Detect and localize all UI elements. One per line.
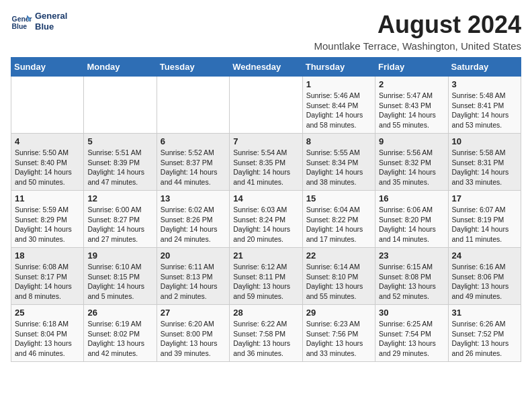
calendar-cell: 7Sunrise: 5:54 AM Sunset: 8:35 PM Daylig… — [230, 134, 302, 191]
day-info: Sunrise: 6:16 AM Sunset: 8:06 PM Dayligh… — [452, 262, 517, 302]
calendar-cell: 3Sunrise: 5:48 AM Sunset: 8:41 PM Daylig… — [448, 77, 521, 134]
day-number: 7 — [233, 136, 298, 146]
calendar-cell — [230, 77, 302, 134]
day-info: Sunrise: 5:46 AM Sunset: 8:44 PM Dayligh… — [306, 91, 371, 130]
day-number: 15 — [306, 193, 371, 203]
day-header-friday: Friday — [375, 58, 448, 77]
day-info: Sunrise: 6:25 AM Sunset: 7:54 PM Dayligh… — [379, 319, 444, 359]
day-number: 20 — [161, 250, 226, 261]
week-row-1: 1Sunrise: 5:46 AM Sunset: 8:44 PM Daylig… — [11, 77, 521, 134]
day-number: 28 — [233, 308, 298, 318]
day-header-saturday: Saturday — [448, 58, 521, 77]
calendar-cell: 13Sunrise: 6:02 AM Sunset: 8:26 PM Dayli… — [157, 191, 229, 248]
day-number: 1 — [306, 79, 371, 89]
day-number: 8 — [306, 136, 371, 146]
calendar-cell: 6Sunrise: 5:52 AM Sunset: 8:37 PM Daylig… — [157, 134, 229, 191]
day-number: 27 — [161, 308, 226, 318]
logo-text-general: General — [35, 11, 67, 21]
day-info: Sunrise: 6:22 AM Sunset: 7:58 PM Dayligh… — [233, 319, 298, 359]
day-info: Sunrise: 5:48 AM Sunset: 8:41 PM Dayligh… — [452, 91, 517, 130]
calendar-cell: 23Sunrise: 6:15 AM Sunset: 8:08 PM Dayli… — [375, 248, 448, 305]
day-info: Sunrise: 6:20 AM Sunset: 8:00 PM Dayligh… — [161, 319, 226, 359]
day-info: Sunrise: 6:15 AM Sunset: 8:08 PM Dayligh… — [379, 262, 444, 302]
day-info: Sunrise: 5:59 AM Sunset: 8:29 PM Dayligh… — [15, 205, 80, 244]
day-info: Sunrise: 6:14 AM Sunset: 8:10 PM Dayligh… — [306, 262, 371, 302]
week-row-5: 25Sunrise: 6:18 AM Sunset: 8:04 PM Dayli… — [11, 305, 521, 362]
day-info: Sunrise: 6:19 AM Sunset: 8:02 PM Dayligh… — [87, 319, 152, 359]
calendar-cell: 28Sunrise: 6:22 AM Sunset: 7:58 PM Dayli… — [230, 305, 302, 362]
calendar-cell: 30Sunrise: 6:25 AM Sunset: 7:54 PM Dayli… — [375, 305, 448, 362]
svg-text:Blue: Blue — [12, 23, 28, 30]
day-header-thursday: Thursday — [302, 58, 375, 77]
calendar-cell — [84, 77, 157, 134]
calendar-cell: 15Sunrise: 6:04 AM Sunset: 8:22 PM Dayli… — [302, 191, 375, 248]
day-info: Sunrise: 6:02 AM Sunset: 8:26 PM Dayligh… — [161, 205, 226, 244]
page-header: General Blue General Blue August 2024 Mo… — [11, 11, 521, 52]
logo-icon: General Blue — [11, 11, 32, 32]
day-number: 19 — [87, 250, 152, 261]
main-title: August 2024 — [314, 11, 522, 39]
day-info: Sunrise: 6:26 AM Sunset: 7:52 PM Dayligh… — [452, 319, 517, 359]
day-header-monday: Monday — [84, 58, 157, 77]
calendar-cell: 21Sunrise: 6:12 AM Sunset: 8:11 PM Dayli… — [230, 248, 302, 305]
calendar-cell: 26Sunrise: 6:19 AM Sunset: 8:02 PM Dayli… — [84, 305, 157, 362]
calendar-cell: 27Sunrise: 6:20 AM Sunset: 8:00 PM Dayli… — [157, 305, 229, 362]
calendar-cell: 10Sunrise: 5:58 AM Sunset: 8:31 PM Dayli… — [448, 134, 521, 191]
calendar-cell: 25Sunrise: 6:18 AM Sunset: 8:04 PM Dayli… — [11, 305, 84, 362]
day-number: 2 — [379, 79, 444, 89]
day-info: Sunrise: 5:52 AM Sunset: 8:37 PM Dayligh… — [161, 148, 226, 187]
calendar-cell: 14Sunrise: 6:03 AM Sunset: 8:24 PM Dayli… — [230, 191, 302, 248]
calendar-cell: 1Sunrise: 5:46 AM Sunset: 8:44 PM Daylig… — [302, 77, 375, 134]
day-info: Sunrise: 6:03 AM Sunset: 8:24 PM Dayligh… — [233, 205, 298, 244]
day-number: 23 — [379, 250, 444, 261]
calendar-cell: 22Sunrise: 6:14 AM Sunset: 8:10 PM Dayli… — [302, 248, 375, 305]
calendar-cell: 18Sunrise: 6:08 AM Sunset: 8:17 PM Dayli… — [11, 248, 84, 305]
day-number: 31 — [452, 308, 517, 318]
calendar-cell: 17Sunrise: 6:07 AM Sunset: 8:19 PM Dayli… — [448, 191, 521, 248]
day-number: 5 — [87, 136, 152, 146]
calendar-cell: 12Sunrise: 6:00 AM Sunset: 8:27 PM Dayli… — [84, 191, 157, 248]
day-number: 21 — [233, 250, 298, 261]
calendar-cell — [157, 77, 229, 134]
day-info: Sunrise: 6:11 AM Sunset: 8:13 PM Dayligh… — [161, 262, 226, 302]
day-info: Sunrise: 5:55 AM Sunset: 8:34 PM Dayligh… — [306, 148, 371, 187]
calendar-cell: 5Sunrise: 5:51 AM Sunset: 8:39 PM Daylig… — [84, 134, 157, 191]
week-row-2: 4Sunrise: 5:50 AM Sunset: 8:40 PM Daylig… — [11, 134, 521, 191]
logo: General Blue General Blue — [11, 11, 67, 32]
day-number: 17 — [452, 193, 517, 203]
day-number: 29 — [306, 308, 371, 318]
calendar-cell — [11, 77, 84, 134]
day-number: 25 — [15, 308, 80, 318]
calendar-cell: 31Sunrise: 6:26 AM Sunset: 7:52 PM Dayli… — [448, 305, 521, 362]
day-header-sunday: Sunday — [11, 58, 84, 77]
day-info: Sunrise: 5:51 AM Sunset: 8:39 PM Dayligh… — [87, 148, 152, 187]
day-number: 10 — [452, 136, 517, 146]
day-number: 13 — [161, 193, 226, 203]
day-info: Sunrise: 6:23 AM Sunset: 7:56 PM Dayligh… — [306, 319, 371, 359]
calendar-cell: 4Sunrise: 5:50 AM Sunset: 8:40 PM Daylig… — [11, 134, 84, 191]
day-number: 11 — [15, 193, 80, 203]
day-number: 16 — [379, 193, 444, 203]
day-number: 22 — [306, 250, 371, 261]
day-info: Sunrise: 5:47 AM Sunset: 8:43 PM Dayligh… — [379, 91, 444, 130]
calendar-header-row: SundayMondayTuesdayWednesdayThursdayFrid… — [11, 58, 521, 77]
subtitle: Mountlake Terrace, Washington, United St… — [314, 40, 522, 52]
logo-text-blue: Blue — [35, 21, 67, 32]
day-info: Sunrise: 5:54 AM Sunset: 8:35 PM Dayligh… — [233, 148, 298, 187]
day-number: 14 — [233, 193, 298, 203]
day-number: 30 — [379, 308, 444, 318]
day-number: 6 — [161, 136, 226, 146]
day-number: 12 — [87, 193, 152, 203]
calendar-cell: 20Sunrise: 6:11 AM Sunset: 8:13 PM Dayli… — [157, 248, 229, 305]
calendar-cell: 11Sunrise: 5:59 AM Sunset: 8:29 PM Dayli… — [11, 191, 84, 248]
day-info: Sunrise: 6:08 AM Sunset: 8:17 PM Dayligh… — [15, 262, 80, 302]
calendar-table: SundayMondayTuesdayWednesdayThursdayFrid… — [11, 57, 521, 362]
day-info: Sunrise: 6:04 AM Sunset: 8:22 PM Dayligh… — [306, 205, 371, 244]
day-number: 3 — [452, 79, 517, 89]
day-number: 24 — [452, 250, 517, 261]
day-info: Sunrise: 5:56 AM Sunset: 8:32 PM Dayligh… — [379, 148, 444, 187]
day-info: Sunrise: 6:10 AM Sunset: 8:15 PM Dayligh… — [87, 262, 152, 302]
day-number: 4 — [15, 136, 80, 146]
calendar-cell: 2Sunrise: 5:47 AM Sunset: 8:43 PM Daylig… — [375, 77, 448, 134]
day-info: Sunrise: 5:50 AM Sunset: 8:40 PM Dayligh… — [15, 148, 80, 187]
